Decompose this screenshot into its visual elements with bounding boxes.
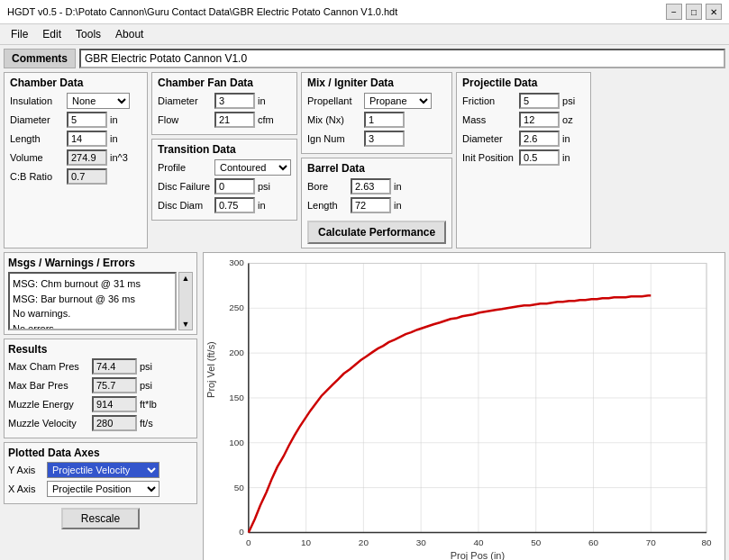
minimize-button[interactable]: −: [666, 4, 682, 20]
chamber-diameter-input[interactable]: [67, 112, 107, 128]
max-bar-pres-value: [92, 377, 137, 393]
transition-data-title: Transition Data: [158, 143, 291, 156]
projectile-data-title: Projectile Data: [462, 77, 585, 89]
mix-nx-input[interactable]: [364, 112, 405, 128]
fan-data-section: Chamber Fan Data Diameter in Flow cfm: [151, 72, 297, 135]
rescale-button[interactable]: Rescale: [61, 508, 140, 529]
chart-area: 0 50 100 150 200 250 300 0 10 20 30 40 5…: [203, 252, 725, 560]
svg-text:30: 30: [416, 537, 427, 547]
x-axis-select[interactable]: Projectile Position Time: [47, 481, 159, 497]
left-panels: Msgs / Warnings / Errors MSG: Chm burnou…: [4, 252, 197, 560]
muzzle-energy-value: [92, 396, 137, 412]
maximize-button[interactable]: □: [686, 4, 702, 20]
chamber-length-label: Length: [10, 133, 64, 144]
chamber-volume-row: Volume in^3: [10, 149, 141, 166]
fan-flow-row: Flow cfm: [158, 112, 291, 128]
profile-row: Profile ContouredStraightNone: [158, 159, 291, 176]
disc-failure-row: Disc Failure psi: [158, 178, 291, 194]
disc-failure-input[interactable]: [214, 178, 255, 194]
y-axis-select[interactable]: Projectile Velocity Chamber Pressure Bar…: [47, 462, 159, 478]
barrel-data-section: Barrel Data Bore in Length in Calculate …: [301, 158, 452, 248]
barrel-length-input[interactable]: [351, 197, 391, 213]
messages-scrollbar[interactable]: ▲ ▼: [178, 272, 193, 330]
projectile-data-section: Projectile Data Friction psi Mass oz Dia…: [456, 72, 591, 248]
init-position-unit: in: [562, 152, 579, 163]
proj-diameter-input[interactable]: [519, 131, 560, 147]
calculate-performance-button[interactable]: Calculate Performance: [307, 221, 446, 244]
mass-label: Mass: [462, 114, 516, 125]
barrel-length-unit: in: [394, 200, 410, 211]
menu-file[interactable]: File: [4, 26, 35, 42]
proj-diameter-label: Diameter: [462, 133, 516, 144]
ign-num-label: Ign Num: [307, 133, 361, 144]
insulation-select[interactable]: NoneLightHeavy: [67, 93, 130, 109]
chart-svg: 0 50 100 150 200 250 300 0 10 20 30 40 5…: [204, 253, 724, 560]
messages-box: Msgs / Warnings / Errors MSG: Chm burnou…: [4, 252, 197, 335]
svg-text:80: 80: [702, 537, 713, 547]
y-axis-label: Y Axis: [8, 465, 44, 475]
chamber-volume-input[interactable]: [67, 149, 107, 166]
chamber-data-section: Chamber Data Insulation NoneLightHeavy D…: [4, 72, 148, 248]
plotted-axes-title: Plotted Data Axes: [8, 447, 193, 459]
friction-unit: psi: [562, 95, 579, 106]
propellant-select[interactable]: PropaneButaneMAPPNatural Gas: [364, 93, 432, 109]
propellant-label: Propellant: [307, 95, 361, 106]
chamber-length-unit: in: [110, 133, 126, 144]
profile-select[interactable]: ContouredStraightNone: [214, 159, 291, 176]
x-axis-row: X Axis Projectile Position Time: [8, 481, 193, 497]
bore-unit: in: [394, 181, 410, 192]
chamber-data-title: Chamber Data: [10, 77, 141, 89]
muzzle-velocity-unit: ft/s: [140, 418, 153, 429]
max-cham-pres-unit: psi: [140, 361, 152, 372]
menu-edit[interactable]: Edit: [35, 26, 68, 42]
transition-data-section: Transition Data Profile ContouredStraigh…: [151, 139, 297, 221]
svg-text:150: 150: [229, 393, 244, 402]
svg-text:50: 50: [234, 483, 245, 492]
fan-flow-label: Flow: [158, 114, 212, 125]
insulation-row: Insulation NoneLightHeavy: [10, 93, 141, 109]
init-position-input[interactable]: [519, 149, 560, 166]
close-button[interactable]: ✕: [706, 4, 722, 20]
friction-input[interactable]: [519, 93, 560, 109]
chamber-diameter-label: Diameter: [10, 114, 64, 125]
disc-failure-label: Disc Failure: [158, 181, 212, 192]
fan-diameter-row: Diameter in: [158, 93, 291, 109]
friction-label: Friction: [462, 95, 516, 106]
comments-input[interactable]: [79, 49, 725, 68]
chamber-length-row: Length in: [10, 131, 141, 147]
disc-failure-unit: psi: [258, 181, 274, 192]
cb-ratio-input[interactable]: [67, 168, 107, 185]
cb-ratio-label: C:B Ratio: [10, 171, 64, 182]
disc-diam-input[interactable]: [214, 197, 255, 213]
muzzle-energy-label: Muzzle Energy: [8, 399, 89, 410]
messages-content: MSG: Chm burnout @ 31 ms MSG: Bar burnou…: [8, 272, 193, 330]
chamber-diameter-row: Diameter in: [10, 112, 141, 128]
barrel-data-title: Barrel Data: [307, 162, 446, 175]
max-bar-pres-label: Max Bar Pres: [8, 380, 89, 391]
fan-diameter-input[interactable]: [214, 93, 255, 109]
menu-about[interactable]: About: [108, 26, 150, 42]
fan-flow-input[interactable]: [214, 112, 255, 128]
menu-tools[interactable]: Tools: [68, 26, 108, 42]
ign-num-input[interactable]: [364, 131, 405, 147]
y-axis-row: Y Axis Projectile Velocity Chamber Press…: [8, 462, 193, 478]
bore-row: Bore in: [307, 178, 446, 194]
x-axis-label: X Axis: [8, 483, 44, 494]
plotted-axes-box: Plotted Data Axes Y Axis Projectile Velo…: [4, 442, 197, 504]
cb-ratio-row: C:B Ratio: [10, 168, 141, 185]
svg-text:10: 10: [301, 537, 312, 547]
mass-input[interactable]: [519, 112, 560, 128]
fan-diameter-label: Diameter: [158, 95, 212, 106]
propellant-row: Propellant PropaneButaneMAPPNatural Gas: [307, 93, 446, 109]
ign-num-row: Ign Num: [307, 131, 446, 147]
bore-input[interactable]: [351, 178, 391, 194]
chamber-diameter-unit: in: [110, 114, 126, 125]
svg-text:70: 70: [646, 537, 657, 547]
mix-data-title: Mix / Igniter Data: [307, 77, 446, 89]
chamber-volume-unit: in^3: [110, 152, 128, 163]
svg-text:0: 0: [246, 537, 251, 547]
disc-diam-row: Disc Diam in: [158, 197, 291, 213]
title-bar-text: HGDT v0.5 - D:\Potato Cannon\Guru Contac…: [7, 6, 397, 17]
chamber-length-input[interactable]: [67, 131, 107, 147]
disc-diam-unit: in: [258, 200, 274, 211]
